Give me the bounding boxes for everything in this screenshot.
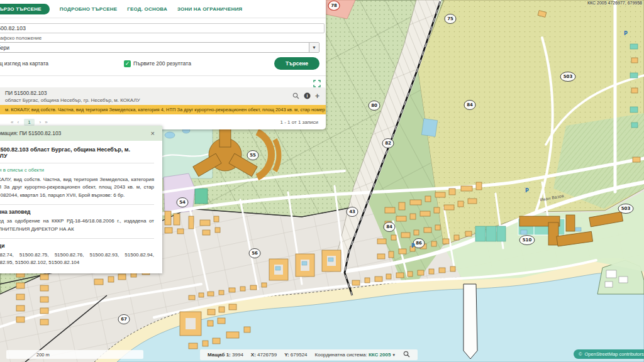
attribution-text: OpenStreetMap contributors bbox=[585, 351, 644, 357]
svg-text:55: 55 bbox=[250, 153, 256, 158]
svg-text:503: 503 bbox=[621, 206, 631, 211]
coordinate-search-icon[interactable] bbox=[403, 351, 410, 359]
tab-detailed-search[interactable]: ПОДРОБНО ТЪРСЕНЕ bbox=[60, 6, 117, 12]
search-button[interactable]: Търсене bbox=[274, 57, 319, 70]
result-icons: i + bbox=[292, 90, 319, 102]
last-page-button[interactable]: » bbox=[45, 119, 47, 125]
first-page-button[interactable]: « bbox=[11, 119, 13, 125]
pagination: « ‹ 1 › » 1 - 1 от 1 записи bbox=[0, 114, 326, 126]
neighbors-section: Съседи 51500.82.74, 51500.82.75, 51500.8… bbox=[0, 238, 154, 267]
records-summary: 1 - 1 от 1 записи bbox=[280, 119, 318, 125]
result-location: област Бургас, община Несебър, гр. Несеб… bbox=[5, 97, 319, 103]
map-scale-bar: 200 m bbox=[6, 350, 143, 359]
svg-text:i: i bbox=[307, 94, 308, 98]
search-options-row: Текущ изглед на картата ✓ Първите 200 ре… bbox=[0, 57, 319, 70]
svg-text:56: 56 bbox=[252, 251, 258, 256]
search-results: ПИ 51500.82.103 област Бургас, община Не… bbox=[0, 75, 326, 126]
neighbors-heading: Съседи bbox=[0, 243, 154, 249]
info-panel-header: Информация: ПИ 51500.82.103 × bbox=[0, 126, 162, 141]
zoom-to-icon[interactable] bbox=[292, 90, 299, 102]
scale-label: Мащаб 1: bbox=[208, 352, 231, 358]
svg-text:82: 82 bbox=[385, 141, 391, 146]
svg-text:80: 80 bbox=[371, 103, 377, 108]
crs-label: Координатна система: bbox=[315, 352, 367, 358]
add-icon[interactable]: + bbox=[315, 93, 319, 99]
scale-value: 3994 bbox=[232, 352, 243, 358]
x-value: 4726759 bbox=[257, 352, 277, 358]
info-icon[interactable]: i bbox=[304, 90, 311, 102]
first200-label: Първите 200 резултата bbox=[133, 60, 191, 67]
svg-text:43: 43 bbox=[349, 209, 355, 214]
search-panel: БЪРЗО ТЪРСЕНЕ ПОДРОБНО ТЪРСЕНЕ ГЕОД. ОСН… bbox=[0, 0, 326, 129]
close-icon[interactable]: × bbox=[151, 130, 155, 136]
coordinate-readout: ККС 2005 4726977, 679958 bbox=[587, 1, 642, 5]
result-id: ПИ 51500.82.103 bbox=[5, 90, 319, 96]
next-page-button[interactable]: › bbox=[40, 119, 42, 125]
svg-text:86: 86 bbox=[416, 241, 422, 246]
tab-geodetic-basis[interactable]: ГЕОД. ОСНОВА bbox=[127, 6, 167, 12]
svg-text:84: 84 bbox=[386, 224, 392, 229]
geo-position-select[interactable]: Избери ▼ bbox=[0, 42, 319, 53]
prev-page-button[interactable]: ‹ bbox=[17, 119, 19, 125]
svg-text:510: 510 bbox=[523, 238, 532, 243]
osm-attribution[interactable]: © OpenStreetMap contributors bbox=[574, 349, 644, 359]
svg-text:75: 75 bbox=[447, 16, 453, 21]
parcel-heading: ПИ 51500.82.103 област Бургас, община Не… bbox=[0, 146, 154, 163]
tab-restriction-zones[interactable]: ЗОНИ НА ОГРАНИЧЕНИЯ bbox=[177, 6, 242, 12]
svg-text:54: 54 bbox=[179, 200, 186, 205]
app-window: Иван Вазов 77787578808284503555443848651… bbox=[0, 0, 644, 362]
result-details-highlighted[interactable]: м. КОКАЛУ, вид собств. Частна, вид терит… bbox=[0, 105, 326, 114]
chevron-down-icon[interactable]: ▼ bbox=[392, 353, 396, 357]
info-panel-body: ПИ 51500.82.103 област Бургас, община Не… bbox=[0, 141, 162, 273]
x-label: X: bbox=[251, 352, 256, 358]
y-label: Y: bbox=[284, 352, 289, 358]
crs-selector[interactable]: ККС 2005 bbox=[369, 352, 391, 358]
svg-text:P: P bbox=[624, 31, 628, 36]
y-value: 679524 bbox=[291, 352, 308, 358]
status-bar: Мащаб 1: 3994 X: 4726759 Y: 679524 Коорд… bbox=[200, 349, 418, 360]
geo-position-label: Географско положение bbox=[0, 35, 319, 41]
parcel-number-input[interactable] bbox=[0, 23, 325, 33]
geo-select-value: Избери bbox=[0, 45, 309, 51]
svg-text:P: P bbox=[525, 188, 529, 194]
first200-checkbox[interactable]: ✓ bbox=[124, 60, 131, 67]
scale-bar-label: 200 m bbox=[36, 352, 50, 358]
svg-text:67: 67 bbox=[121, 317, 127, 322]
info-panel: Информация: ПИ 51500.82.103 × ПИ 51500.8… bbox=[0, 126, 162, 273]
search-form: Географско положение Избери ▼ Текущ изгл… bbox=[0, 18, 326, 70]
parcel-description: м. КОКАЛУ, вид собств. Частна, вид терит… bbox=[0, 176, 154, 199]
info-panel-title: Информация: ПИ 51500.82.103 bbox=[0, 130, 61, 136]
svg-text:P: P bbox=[411, 243, 415, 249]
chevron-down-icon[interactable]: ▼ bbox=[309, 43, 319, 52]
current-view-label[interactable]: Текущ изглед на картата bbox=[0, 60, 48, 67]
svg-text:78: 78 bbox=[331, 3, 337, 8]
svg-text:503: 503 bbox=[564, 74, 573, 79]
current-page[interactable]: 1 bbox=[24, 119, 34, 126]
order-heading: Основна заповед bbox=[0, 209, 154, 215]
neighbors-text: 51500.82.74, 51500.82.75, 51500.82.76, 5… bbox=[0, 251, 154, 267]
order-text: Заповед за одобрение на КККР РД-18-46/18… bbox=[0, 217, 154, 233]
expand-icon[interactable] bbox=[313, 79, 321, 86]
add-to-list-link[interactable]: Добави в списък с обекти bbox=[0, 167, 154, 173]
svg-text:84: 84 bbox=[467, 102, 473, 107]
search-tabs: БЪРЗО ТЪРСЕНЕ ПОДРОБНО ТЪРСЕНЕ ГЕОД. ОСН… bbox=[0, 0, 326, 18]
copyright-icon: © bbox=[579, 351, 582, 357]
result-item[interactable]: ПИ 51500.82.103 област Бургас, община Не… bbox=[0, 87, 326, 105]
order-section: Основна заповед Заповед за одобрение на … bbox=[0, 204, 154, 233]
tab-quick-search[interactable]: БЪРЗО ТЪРСЕНЕ bbox=[0, 4, 50, 14]
